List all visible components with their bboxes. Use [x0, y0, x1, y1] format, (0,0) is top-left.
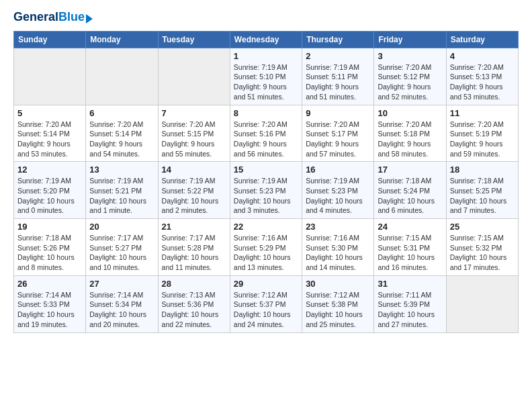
calendar-cell: 13Sunrise: 7:19 AMSunset: 5:21 PMDayligh…	[86, 162, 158, 219]
calendar-cell: 12Sunrise: 7:19 AMSunset: 5:20 PMDayligh…	[14, 162, 86, 219]
day-number: 20	[89, 222, 154, 232]
day-info: Sunrise: 7:19 AMSunset: 5:23 PMDaylight:…	[234, 176, 298, 216]
calendar-cell: 8Sunrise: 7:20 AMSunset: 5:16 PMDaylight…	[230, 105, 302, 162]
calendar-cell: 7Sunrise: 7:20 AMSunset: 5:15 PMDaylight…	[158, 105, 230, 162]
day-number: 17	[378, 165, 442, 175]
calendar-cell: 23Sunrise: 7:16 AMSunset: 5:30 PMDayligh…	[302, 219, 374, 276]
calendar-cell: 14Sunrise: 7:19 AMSunset: 5:22 PMDayligh…	[158, 162, 230, 219]
day-number: 23	[306, 222, 370, 232]
day-number: 7	[162, 108, 226, 118]
calendar-cell: 18Sunrise: 7:18 AMSunset: 5:25 PMDayligh…	[446, 162, 518, 219]
weekday-header-row: SundayMondayTuesdayWednesdayThursdayFrid…	[14, 31, 519, 48]
day-info: Sunrise: 7:20 AMSunset: 5:13 PMDaylight:…	[450, 62, 515, 102]
calendar-cell: 16Sunrise: 7:19 AMSunset: 5:23 PMDayligh…	[302, 162, 374, 219]
day-number: 28	[162, 279, 226, 289]
header: GeneralBlue	[13, 11, 519, 24]
day-number: 24	[378, 222, 442, 232]
day-number: 6	[89, 108, 154, 118]
calendar-cell: 4Sunrise: 7:20 AMSunset: 5:13 PMDaylight…	[446, 48, 518, 105]
day-number: 26	[17, 279, 82, 289]
day-info: Sunrise: 7:20 AMSunset: 5:16 PMDaylight:…	[234, 120, 298, 159]
week-row-4: 19Sunrise: 7:18 AMSunset: 5:26 PMDayligh…	[14, 219, 519, 276]
week-row-2: 5Sunrise: 7:20 AMSunset: 5:14 PMDaylight…	[14, 105, 519, 162]
day-info: Sunrise: 7:19 AMSunset: 5:21 PMDaylight:…	[89, 176, 154, 216]
calendar-cell	[446, 275, 518, 332]
day-info: Sunrise: 7:15 AMSunset: 5:32 PMDaylight:…	[450, 233, 515, 273]
day-info: Sunrise: 7:18 AMSunset: 5:24 PMDaylight:…	[378, 176, 442, 216]
day-number: 3	[378, 51, 442, 61]
weekday-header-saturday: Saturday	[446, 31, 518, 48]
day-info: Sunrise: 7:18 AMSunset: 5:25 PMDaylight:…	[450, 176, 515, 216]
calendar-cell: 31Sunrise: 7:11 AMSunset: 5:39 PMDayligh…	[374, 275, 446, 332]
logo-arrow-icon	[86, 14, 93, 24]
day-number: 11	[450, 108, 515, 118]
weekday-header-tuesday: Tuesday	[158, 31, 230, 48]
day-info: Sunrise: 7:17 AMSunset: 5:28 PMDaylight:…	[162, 233, 226, 273]
calendar-cell: 20Sunrise: 7:17 AMSunset: 5:27 PMDayligh…	[86, 219, 158, 276]
week-row-5: 26Sunrise: 7:14 AMSunset: 5:33 PMDayligh…	[14, 275, 519, 332]
day-number: 18	[450, 165, 515, 175]
day-info: Sunrise: 7:16 AMSunset: 5:29 PMDaylight:…	[234, 233, 298, 273]
calendar-cell: 21Sunrise: 7:17 AMSunset: 5:28 PMDayligh…	[158, 219, 230, 276]
day-info: Sunrise: 7:12 AMSunset: 5:38 PMDaylight:…	[306, 290, 370, 330]
calendar-cell: 28Sunrise: 7:13 AMSunset: 5:36 PMDayligh…	[158, 275, 230, 332]
day-number: 4	[450, 51, 515, 61]
calendar-cell: 3Sunrise: 7:20 AMSunset: 5:12 PMDaylight…	[374, 48, 446, 105]
day-number: 27	[89, 279, 154, 289]
calendar-cell: 29Sunrise: 7:12 AMSunset: 5:37 PMDayligh…	[230, 275, 302, 332]
week-row-3: 12Sunrise: 7:19 AMSunset: 5:20 PMDayligh…	[14, 162, 519, 219]
day-info: Sunrise: 7:19 AMSunset: 5:10 PMDaylight:…	[234, 62, 298, 102]
calendar-cell: 15Sunrise: 7:19 AMSunset: 5:23 PMDayligh…	[230, 162, 302, 219]
day-info: Sunrise: 7:16 AMSunset: 5:30 PMDaylight:…	[306, 233, 370, 273]
calendar-cell: 17Sunrise: 7:18 AMSunset: 5:24 PMDayligh…	[374, 162, 446, 219]
day-info: Sunrise: 7:20 AMSunset: 5:14 PMDaylight:…	[89, 120, 154, 159]
day-number: 25	[450, 222, 515, 232]
calendar-cell	[158, 48, 230, 105]
day-info: Sunrise: 7:14 AMSunset: 5:34 PMDaylight:…	[89, 290, 154, 330]
calendar-cell: 25Sunrise: 7:15 AMSunset: 5:32 PMDayligh…	[446, 219, 518, 276]
day-info: Sunrise: 7:14 AMSunset: 5:33 PMDaylight:…	[17, 290, 82, 330]
day-info: Sunrise: 7:19 AMSunset: 5:11 PMDaylight:…	[306, 62, 370, 102]
calendar-cell: 11Sunrise: 7:20 AMSunset: 5:19 PMDayligh…	[446, 105, 518, 162]
day-number: 5	[17, 108, 82, 118]
day-info: Sunrise: 7:20 AMSunset: 5:19 PMDaylight:…	[450, 120, 515, 159]
week-row-1: 1Sunrise: 7:19 AMSunset: 5:10 PMDaylight…	[14, 48, 519, 105]
day-number: 14	[162, 165, 226, 175]
weekday-header-thursday: Thursday	[302, 31, 374, 48]
calendar-cell: 24Sunrise: 7:15 AMSunset: 5:31 PMDayligh…	[374, 219, 446, 276]
day-number: 8	[234, 108, 298, 118]
day-number: 29	[234, 279, 298, 289]
weekday-header-friday: Friday	[374, 31, 446, 48]
day-info: Sunrise: 7:17 AMSunset: 5:27 PMDaylight:…	[89, 233, 154, 273]
day-info: Sunrise: 7:20 AMSunset: 5:17 PMDaylight:…	[306, 120, 370, 159]
weekday-header-monday: Monday	[86, 31, 158, 48]
calendar-cell	[86, 48, 158, 105]
day-number: 21	[162, 222, 226, 232]
weekday-header-sunday: Sunday	[14, 31, 86, 48]
day-number: 31	[378, 279, 442, 289]
calendar-table: SundayMondayTuesdayWednesdayThursdayFrid…	[13, 31, 519, 333]
day-info: Sunrise: 7:13 AMSunset: 5:36 PMDaylight:…	[162, 290, 226, 330]
day-info: Sunrise: 7:11 AMSunset: 5:39 PMDaylight:…	[378, 290, 442, 330]
day-number: 22	[234, 222, 298, 232]
calendar-cell: 26Sunrise: 7:14 AMSunset: 5:33 PMDayligh…	[14, 275, 86, 332]
day-number: 15	[234, 165, 298, 175]
calendar-cell: 2Sunrise: 7:19 AMSunset: 5:11 PMDaylight…	[302, 48, 374, 105]
calendar-cell: 30Sunrise: 7:12 AMSunset: 5:38 PMDayligh…	[302, 275, 374, 332]
day-info: Sunrise: 7:19 AMSunset: 5:22 PMDaylight:…	[162, 176, 226, 216]
day-info: Sunrise: 7:19 AMSunset: 5:23 PMDaylight:…	[306, 176, 370, 216]
day-number: 30	[306, 279, 370, 289]
day-info: Sunrise: 7:19 AMSunset: 5:20 PMDaylight:…	[17, 176, 82, 216]
day-info: Sunrise: 7:12 AMSunset: 5:37 PMDaylight:…	[234, 290, 298, 330]
day-number: 12	[17, 165, 82, 175]
day-number: 13	[89, 165, 154, 175]
day-info: Sunrise: 7:20 AMSunset: 5:12 PMDaylight:…	[378, 62, 442, 102]
day-info: Sunrise: 7:20 AMSunset: 5:14 PMDaylight:…	[17, 120, 82, 159]
calendar-cell: 6Sunrise: 7:20 AMSunset: 5:14 PMDaylight…	[86, 105, 158, 162]
day-info: Sunrise: 7:20 AMSunset: 5:15 PMDaylight:…	[162, 120, 226, 159]
day-info: Sunrise: 7:15 AMSunset: 5:31 PMDaylight:…	[378, 233, 442, 273]
day-info: Sunrise: 7:18 AMSunset: 5:26 PMDaylight:…	[17, 233, 82, 273]
calendar-cell: 10Sunrise: 7:20 AMSunset: 5:18 PMDayligh…	[374, 105, 446, 162]
weekday-header-wednesday: Wednesday	[230, 31, 302, 48]
calendar-cell	[14, 48, 86, 105]
